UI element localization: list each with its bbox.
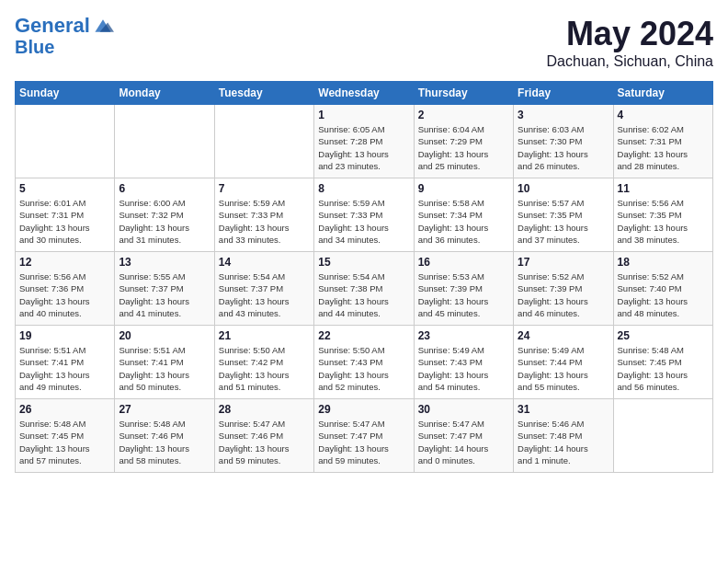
day-info: Sunrise: 6:03 AM Sunset: 7:30 PM Dayligh… <box>518 123 609 172</box>
day-info: Sunrise: 5:50 AM Sunset: 7:43 PM Dayligh… <box>318 344 409 393</box>
day-number: 20 <box>119 329 210 342</box>
calendar-cell: 13Sunrise: 5:55 AM Sunset: 7:37 PM Dayli… <box>115 252 214 326</box>
calendar-cell: 31Sunrise: 5:46 AM Sunset: 7:48 PM Dayli… <box>514 399 613 473</box>
calendar-body: 1Sunrise: 6:05 AM Sunset: 7:28 PM Daylig… <box>16 105 713 473</box>
day-number: 15 <box>318 256 409 269</box>
day-info: Sunrise: 5:48 AM Sunset: 7:46 PM Dayligh… <box>119 418 210 466</box>
day-info: Sunrise: 5:57 AM Sunset: 7:35 PM Dayligh… <box>518 197 609 246</box>
week-row-1: 1Sunrise: 6:05 AM Sunset: 7:28 PM Daylig… <box>16 105 713 178</box>
day-header-friday: Friday <box>514 82 613 105</box>
day-info: Sunrise: 5:55 AM Sunset: 7:37 PM Dayligh… <box>119 270 210 319</box>
day-info: Sunrise: 5:52 AM Sunset: 7:39 PM Dayligh… <box>518 270 609 319</box>
day-number: 25 <box>618 329 709 342</box>
calendar-cell: 1Sunrise: 6:05 AM Sunset: 7:28 PM Daylig… <box>314 105 414 178</box>
calendar-cell: 15Sunrise: 5:54 AM Sunset: 7:38 PM Dayli… <box>314 252 414 326</box>
day-info: Sunrise: 6:04 AM Sunset: 7:29 PM Dayligh… <box>418 123 509 172</box>
day-info: Sunrise: 5:58 AM Sunset: 7:34 PM Dayligh… <box>418 197 509 246</box>
day-info: Sunrise: 5:49 AM Sunset: 7:44 PM Dayligh… <box>518 344 609 393</box>
day-info: Sunrise: 6:05 AM Sunset: 7:28 PM Dayligh… <box>318 123 409 172</box>
calendar-cell: 22Sunrise: 5:50 AM Sunset: 7:43 PM Dayli… <box>314 326 414 399</box>
day-number: 29 <box>318 403 409 416</box>
calendar-header-row: SundayMondayTuesdayWednesdayThursdayFrid… <box>16 82 713 105</box>
day-number: 6 <box>119 182 210 195</box>
calendar-cell: 3Sunrise: 6:03 AM Sunset: 7:30 PM Daylig… <box>514 105 613 178</box>
calendar-cell: 16Sunrise: 5:53 AM Sunset: 7:39 PM Dayli… <box>414 252 513 326</box>
day-info: Sunrise: 5:52 AM Sunset: 7:40 PM Dayligh… <box>618 270 709 319</box>
day-info: Sunrise: 5:48 AM Sunset: 7:45 PM Dayligh… <box>19 418 110 466</box>
day-info: Sunrise: 5:47 AM Sunset: 7:47 PM Dayligh… <box>318 418 409 466</box>
day-number: 1 <box>318 109 409 121</box>
day-number: 14 <box>219 256 310 269</box>
calendar-cell: 9Sunrise: 5:58 AM Sunset: 7:34 PM Daylig… <box>414 178 513 252</box>
day-number: 27 <box>119 403 210 416</box>
calendar-subtitle: Dachuan, Sichuan, China <box>547 53 713 70</box>
day-header-monday: Monday <box>115 82 214 105</box>
day-header-thursday: Thursday <box>414 82 513 105</box>
logo-icon <box>92 15 114 37</box>
day-number: 17 <box>518 256 609 269</box>
calendar-cell: 14Sunrise: 5:54 AM Sunset: 7:37 PM Dayli… <box>214 252 313 326</box>
calendar-cell: 24Sunrise: 5:49 AM Sunset: 7:44 PM Dayli… <box>514 326 613 399</box>
logo-blue: Blue <box>15 37 114 57</box>
day-info: Sunrise: 5:51 AM Sunset: 7:41 PM Dayligh… <box>119 344 210 393</box>
calendar-cell: 6Sunrise: 6:00 AM Sunset: 7:32 PM Daylig… <box>115 178 214 252</box>
calendar-cell: 30Sunrise: 5:47 AM Sunset: 7:47 PM Dayli… <box>414 399 513 473</box>
calendar-cell: 12Sunrise: 5:56 AM Sunset: 7:36 PM Dayli… <box>16 252 115 326</box>
calendar-cell <box>214 105 313 178</box>
calendar-cell: 23Sunrise: 5:49 AM Sunset: 7:43 PM Dayli… <box>414 326 513 399</box>
calendar-title: May 2024 <box>547 15 713 53</box>
day-number: 10 <box>518 182 609 195</box>
day-number: 28 <box>219 403 310 416</box>
calendar-cell: 11Sunrise: 5:56 AM Sunset: 7:35 PM Dayli… <box>613 178 712 252</box>
day-number: 21 <box>219 329 310 342</box>
day-info: Sunrise: 6:00 AM Sunset: 7:32 PM Dayligh… <box>119 197 210 246</box>
calendar-cell: 2Sunrise: 6:04 AM Sunset: 7:29 PM Daylig… <box>414 105 513 178</box>
day-header-sunday: Sunday <box>16 82 115 105</box>
day-info: Sunrise: 5:54 AM Sunset: 7:37 PM Dayligh… <box>219 270 310 319</box>
day-number: 22 <box>318 329 409 342</box>
calendar-table: SundayMondayTuesdayWednesdayThursdayFrid… <box>15 81 713 473</box>
title-block: May 2024 Dachuan, Sichuan, China <box>547 15 713 70</box>
logo-text: General <box>15 15 90 37</box>
day-number: 3 <box>518 109 609 121</box>
day-info: Sunrise: 5:47 AM Sunset: 7:46 PM Dayligh… <box>219 418 310 466</box>
day-number: 8 <box>318 182 409 195</box>
day-info: Sunrise: 5:53 AM Sunset: 7:39 PM Dayligh… <box>418 270 509 319</box>
day-header-wednesday: Wednesday <box>314 82 414 105</box>
calendar-cell: 29Sunrise: 5:47 AM Sunset: 7:47 PM Dayli… <box>314 399 414 473</box>
day-number: 2 <box>418 109 509 121</box>
day-number: 9 <box>418 182 509 195</box>
day-number: 4 <box>618 109 709 121</box>
calendar-cell: 10Sunrise: 5:57 AM Sunset: 7:35 PM Dayli… <box>514 178 613 252</box>
day-number: 12 <box>19 256 110 269</box>
day-info: Sunrise: 5:46 AM Sunset: 7:48 PM Dayligh… <box>518 418 609 466</box>
day-header-tuesday: Tuesday <box>214 82 313 105</box>
calendar-cell: 21Sunrise: 5:50 AM Sunset: 7:42 PM Dayli… <box>214 326 313 399</box>
calendar-cell: 28Sunrise: 5:47 AM Sunset: 7:46 PM Dayli… <box>214 399 313 473</box>
day-number: 31 <box>518 403 609 416</box>
day-info: Sunrise: 5:56 AM Sunset: 7:36 PM Dayligh… <box>19 270 110 319</box>
calendar-cell <box>16 105 115 178</box>
logo: General Blue <box>15 15 114 57</box>
calendar-cell: 27Sunrise: 5:48 AM Sunset: 7:46 PM Dayli… <box>115 399 214 473</box>
calendar-cell: 26Sunrise: 5:48 AM Sunset: 7:45 PM Dayli… <box>16 399 115 473</box>
calendar-cell: 17Sunrise: 5:52 AM Sunset: 7:39 PM Dayli… <box>514 252 613 326</box>
day-info: Sunrise: 5:47 AM Sunset: 7:47 PM Dayligh… <box>418 418 509 466</box>
day-info: Sunrise: 6:01 AM Sunset: 7:31 PM Dayligh… <box>19 197 110 246</box>
week-row-4: 19Sunrise: 5:51 AM Sunset: 7:41 PM Dayli… <box>16 326 713 399</box>
page-header: General Blue May 2024 Dachuan, Sichuan, … <box>15 15 713 70</box>
day-info: Sunrise: 5:48 AM Sunset: 7:45 PM Dayligh… <box>618 344 709 393</box>
day-info: Sunrise: 5:56 AM Sunset: 7:35 PM Dayligh… <box>618 197 709 246</box>
day-info: Sunrise: 5:49 AM Sunset: 7:43 PM Dayligh… <box>418 344 509 393</box>
day-info: Sunrise: 5:54 AM Sunset: 7:38 PM Dayligh… <box>318 270 409 319</box>
day-number: 18 <box>618 256 709 269</box>
calendar-cell: 25Sunrise: 5:48 AM Sunset: 7:45 PM Dayli… <box>613 326 712 399</box>
day-number: 13 <box>119 256 210 269</box>
calendar-cell: 8Sunrise: 5:59 AM Sunset: 7:33 PM Daylig… <box>314 178 414 252</box>
day-info: Sunrise: 5:59 AM Sunset: 7:33 PM Dayligh… <box>318 197 409 246</box>
day-number: 11 <box>618 182 709 195</box>
calendar-cell: 4Sunrise: 6:02 AM Sunset: 7:31 PM Daylig… <box>613 105 712 178</box>
day-number: 30 <box>418 403 509 416</box>
calendar-cell: 5Sunrise: 6:01 AM Sunset: 7:31 PM Daylig… <box>16 178 115 252</box>
day-number: 24 <box>518 329 609 342</box>
